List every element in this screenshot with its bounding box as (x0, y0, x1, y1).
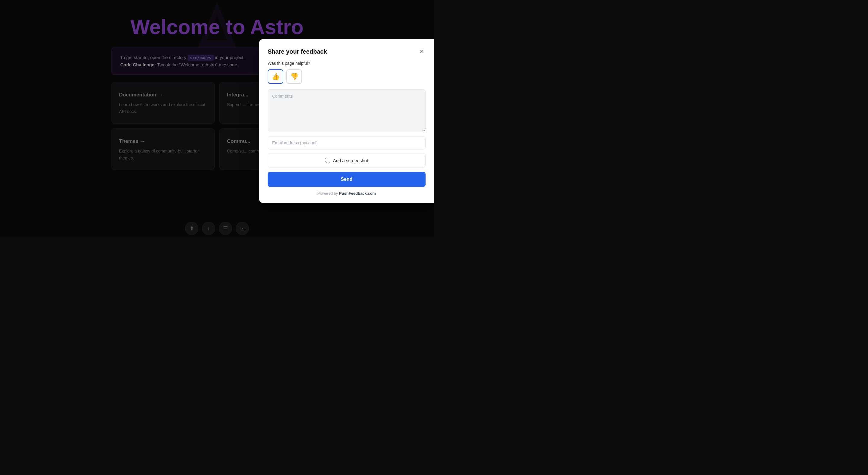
send-button[interactable]: Send (268, 172, 426, 187)
screenshot-label: Add a screenshot (333, 158, 368, 163)
pushfeedback-link[interactable]: PushFeedback.com (339, 191, 376, 196)
helpful-label: Was this page helpful? (268, 61, 426, 66)
close-button[interactable]: × (418, 48, 426, 56)
thumbs-down-icon: 👎 (290, 73, 299, 81)
email-input[interactable] (268, 136, 426, 150)
thumbs-up-icon: 👍 (272, 73, 280, 81)
powered-by: Powered by PushFeedback.com (268, 191, 426, 196)
modal-header: Share your feedback × (268, 48, 426, 56)
thumbs-up-button[interactable]: 👍 (268, 69, 283, 84)
vote-buttons: 👍 👎 (268, 69, 426, 84)
comments-textarea[interactable] (268, 89, 426, 131)
add-screenshot-button[interactable]: ⛶ Add a screenshot (268, 153, 426, 167)
thumbs-down-button[interactable]: 👎 (286, 69, 302, 84)
feedback-modal: Share your feedback × Was this page help… (259, 39, 434, 203)
screenshot-icon: ⛶ (325, 157, 331, 164)
modal-title: Share your feedback (268, 48, 327, 55)
